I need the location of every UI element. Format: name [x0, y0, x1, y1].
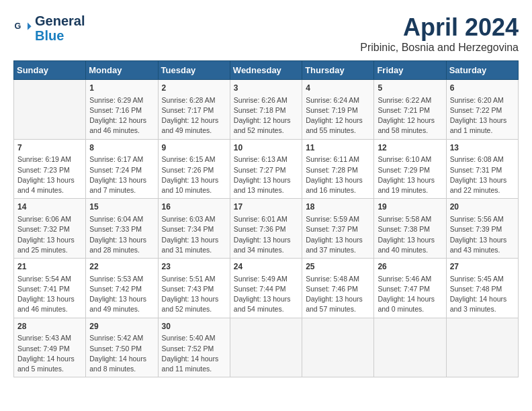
calendar-cell: 2Sunrise: 6:28 AM Sunset: 7:17 PM Daylig… — [158, 80, 230, 140]
day-info: Sunrise: 5:58 AM Sunset: 7:38 PM Dayligh… — [378, 214, 442, 255]
calendar-week-row: 21Sunrise: 5:54 AM Sunset: 7:41 PM Dayli… — [14, 259, 519, 318]
calendar-cell: 10Sunrise: 6:13 AM Sunset: 7:27 PM Dayli… — [230, 139, 302, 199]
calendar-cell: 13Sunrise: 6:08 AM Sunset: 7:31 PM Dayli… — [446, 139, 518, 199]
day-info: Sunrise: 6:11 AM Sunset: 7:28 PM Dayligh… — [306, 154, 370, 195]
day-number: 19 — [378, 201, 442, 213]
calendar-cell: 30Sunrise: 5:40 AM Sunset: 7:52 PM Dayli… — [158, 318, 230, 377]
calendar-cell — [14, 80, 86, 140]
calendar-cell: 6Sunrise: 6:20 AM Sunset: 7:22 PM Daylig… — [446, 80, 518, 140]
day-number: 24 — [234, 261, 298, 273]
calendar-cell: 3Sunrise: 6:26 AM Sunset: 7:18 PM Daylig… — [230, 80, 302, 140]
day-info: Sunrise: 5:54 AM Sunset: 7:41 PM Dayligh… — [17, 274, 82, 315]
day-info: Sunrise: 6:20 AM Sunset: 7:22 PM Dayligh… — [450, 95, 515, 136]
day-number: 20 — [450, 201, 515, 213]
calendar-cell — [446, 318, 518, 377]
day-info: Sunrise: 5:48 AM Sunset: 7:46 PM Dayligh… — [306, 274, 370, 315]
day-number: 30 — [162, 321, 226, 332]
calendar-cell: 17Sunrise: 6:01 AM Sunset: 7:36 PM Dayli… — [230, 199, 302, 259]
day-info: Sunrise: 5:42 AM Sunset: 7:50 PM Dayligh… — [89, 333, 154, 374]
calendar-cell: 22Sunrise: 5:53 AM Sunset: 7:42 PM Dayli… — [86, 259, 158, 318]
day-number: 13 — [450, 142, 515, 154]
day-number: 8 — [89, 142, 154, 154]
day-info: Sunrise: 5:53 AM Sunset: 7:42 PM Dayligh… — [89, 274, 154, 315]
calendar-cell: 12Sunrise: 6:10 AM Sunset: 7:29 PM Dayli… — [374, 139, 446, 199]
calendar-table: SundayMondayTuesdayWednesdayThursdayFrid… — [13, 60, 519, 377]
day-info: Sunrise: 6:24 AM Sunset: 7:19 PM Dayligh… — [306, 95, 370, 136]
day-number: 21 — [17, 261, 82, 273]
day-info: Sunrise: 6:13 AM Sunset: 7:27 PM Dayligh… — [234, 154, 298, 195]
day-info: Sunrise: 6:22 AM Sunset: 7:21 PM Dayligh… — [378, 95, 442, 136]
calendar-cell: 4Sunrise: 6:24 AM Sunset: 7:19 PM Daylig… — [302, 80, 374, 140]
day-info: Sunrise: 5:49 AM Sunset: 7:44 PM Dayligh… — [234, 274, 298, 315]
weekday-header-row: SundayMondayTuesdayWednesdayThursdayFrid… — [14, 61, 519, 80]
day-info: Sunrise: 6:15 AM Sunset: 7:26 PM Dayligh… — [162, 154, 226, 195]
calendar-week-row: 7Sunrise: 6:19 AM Sunset: 7:23 PM Daylig… — [14, 139, 519, 199]
calendar-cell — [230, 318, 302, 377]
day-number: 1 — [89, 83, 154, 94]
day-number: 23 — [162, 261, 226, 273]
location-subtitle: Pribinic, Bosnia and Herzegovina — [360, 42, 519, 54]
weekday-header-wednesday: Wednesday — [230, 61, 302, 80]
weekday-header-tuesday: Tuesday — [158, 61, 230, 80]
calendar-cell: 19Sunrise: 5:58 AM Sunset: 7:38 PM Dayli… — [374, 199, 446, 259]
day-number: 10 — [234, 142, 298, 154]
day-number: 22 — [89, 261, 154, 273]
calendar-cell: 1Sunrise: 6:29 AM Sunset: 7:16 PM Daylig… — [86, 80, 158, 140]
calendar-cell: 20Sunrise: 5:56 AM Sunset: 7:39 PM Dayli… — [446, 199, 518, 259]
day-number: 28 — [17, 321, 82, 332]
day-number: 12 — [378, 142, 442, 154]
calendar-cell: 27Sunrise: 5:45 AM Sunset: 7:48 PM Dayli… — [446, 259, 518, 318]
day-info: Sunrise: 6:19 AM Sunset: 7:23 PM Dayligh… — [17, 154, 82, 195]
day-number: 7 — [17, 142, 82, 154]
day-number: 6 — [450, 83, 515, 94]
svg-text:G: G — [14, 21, 21, 31]
day-info: Sunrise: 5:45 AM Sunset: 7:48 PM Dayligh… — [450, 274, 515, 315]
day-info: Sunrise: 6:06 AM Sunset: 7:32 PM Dayligh… — [17, 214, 82, 255]
day-number: 25 — [306, 261, 370, 273]
calendar-week-row: 14Sunrise: 6:06 AM Sunset: 7:32 PM Dayli… — [14, 199, 519, 259]
day-number: 16 — [162, 201, 226, 213]
calendar-week-row: 1Sunrise: 6:29 AM Sunset: 7:16 PM Daylig… — [14, 80, 519, 140]
day-number: 11 — [306, 142, 370, 154]
weekday-header-thursday: Thursday — [302, 61, 374, 80]
day-info: Sunrise: 5:56 AM Sunset: 7:39 PM Dayligh… — [450, 214, 515, 255]
day-number: 27 — [450, 261, 515, 273]
calendar-cell: 8Sunrise: 6:17 AM Sunset: 7:24 PM Daylig… — [86, 139, 158, 199]
calendar-cell: 18Sunrise: 5:59 AM Sunset: 7:37 PM Dayli… — [302, 199, 374, 259]
weekday-header-sunday: Sunday — [14, 61, 86, 80]
calendar-cell — [302, 318, 374, 377]
weekday-header-saturday: Saturday — [446, 61, 518, 80]
calendar-cell: 23Sunrise: 5:51 AM Sunset: 7:43 PM Dayli… — [158, 259, 230, 318]
month-title: April 2024 — [360, 13, 519, 42]
day-info: Sunrise: 6:28 AM Sunset: 7:17 PM Dayligh… — [162, 95, 226, 136]
calendar-cell: 9Sunrise: 6:15 AM Sunset: 7:26 PM Daylig… — [158, 139, 230, 199]
calendar-cell: 24Sunrise: 5:49 AM Sunset: 7:44 PM Dayli… — [230, 259, 302, 318]
logo-icon: G — [13, 19, 32, 38]
day-info: Sunrise: 6:17 AM Sunset: 7:24 PM Dayligh… — [89, 154, 154, 195]
day-number: 26 — [378, 261, 442, 273]
day-number: 5 — [378, 83, 442, 94]
day-info: Sunrise: 6:03 AM Sunset: 7:34 PM Dayligh… — [162, 214, 226, 255]
day-info: Sunrise: 6:08 AM Sunset: 7:31 PM Dayligh… — [450, 154, 515, 195]
day-info: Sunrise: 5:59 AM Sunset: 7:37 PM Dayligh… — [306, 214, 370, 255]
svg-marker-1 — [28, 23, 32, 30]
day-number: 29 — [89, 321, 154, 332]
calendar-cell: 7Sunrise: 6:19 AM Sunset: 7:23 PM Daylig… — [14, 139, 86, 199]
day-info: Sunrise: 6:04 AM Sunset: 7:33 PM Dayligh… — [89, 214, 154, 255]
day-info: Sunrise: 6:10 AM Sunset: 7:29 PM Dayligh… — [378, 154, 442, 195]
page-header: G General Blue April 2024 Pribinic, Bosn… — [13, 13, 519, 54]
calendar-cell — [374, 318, 446, 377]
day-number: 4 — [306, 83, 370, 94]
day-info: Sunrise: 5:46 AM Sunset: 7:47 PM Dayligh… — [378, 274, 442, 315]
day-info: Sunrise: 6:26 AM Sunset: 7:18 PM Dayligh… — [234, 95, 298, 136]
day-number: 15 — [89, 201, 154, 213]
calendar-cell: 14Sunrise: 6:06 AM Sunset: 7:32 PM Dayli… — [14, 199, 86, 259]
day-number: 9 — [162, 142, 226, 154]
logo: G General Blue — [13, 13, 85, 43]
day-info: Sunrise: 5:43 AM Sunset: 7:49 PM Dayligh… — [17, 333, 82, 374]
calendar-cell: 26Sunrise: 5:46 AM Sunset: 7:47 PM Dayli… — [374, 259, 446, 318]
logo-text: General Blue — [35, 13, 85, 43]
day-number: 14 — [17, 201, 82, 213]
calendar-cell: 28Sunrise: 5:43 AM Sunset: 7:49 PM Dayli… — [14, 318, 86, 377]
weekday-header-monday: Monday — [86, 61, 158, 80]
